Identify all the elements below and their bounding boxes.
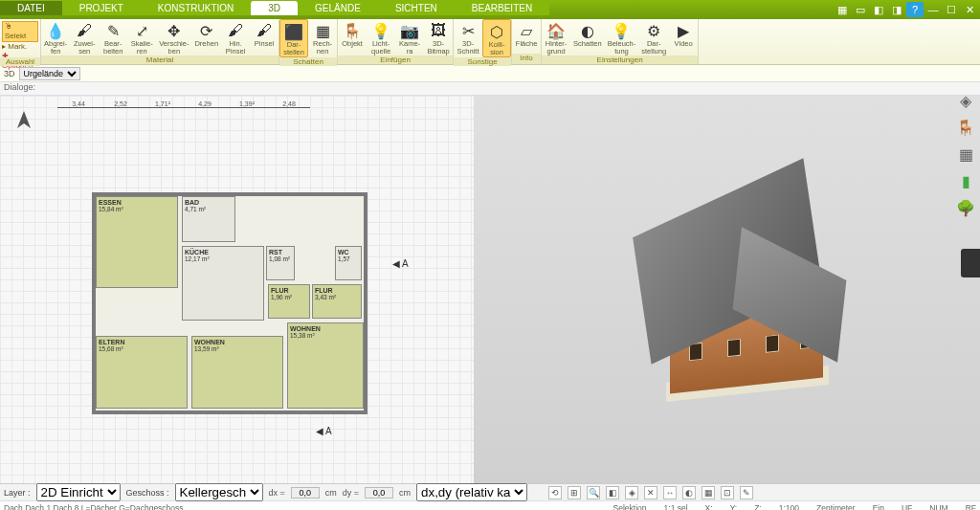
tab-projekt[interactable]: PROJEKT [62,1,141,15]
ribbon-material-6[interactable]: 🖌Hin. Pinsel [221,19,250,55]
ribbon-icon: 🖌 [226,21,245,40]
room-wohnen[interactable]: WOHNEN15,38 m² [287,322,364,409]
ribbon-icon: 🏠 [546,21,566,40]
room-rst[interactable]: RST1,08 m² [266,246,295,280]
room-flur[interactable]: FLUR1,96 m² [268,284,310,319]
close-icon[interactable]: ✕ [961,2,978,17]
tab-gelaende[interactable]: GELÄNDE [298,1,378,15]
north-arrow-icon [10,109,38,138]
colors-icon[interactable]: ▮ [955,172,976,193]
svg-marker-0 [17,111,31,128]
ribbon-schatten-1[interactable]: ▦Rech- nen [308,19,337,57]
ribbon-einstellungen-1[interactable]: ◐Schatten [570,19,605,55]
layers-icon[interactable]: ◈ [955,92,976,113]
status-z: Z: [754,503,762,511]
tab-sichten[interactable]: SICHTEN [378,1,455,15]
tab-datei[interactable]: DATEI [0,1,62,15]
ribbon-icon: ⟳ [197,21,216,40]
room-küche[interactable]: KÜCHE12,17 m² [182,246,264,321]
dy-label: dy = [343,488,359,498]
sys-icon[interactable]: ▦ [834,2,851,17]
ribbon-einfugen-1[interactable]: 💡Licht- quelle [367,19,395,55]
status-units: Zentimeter [816,503,856,511]
ribbon-material-3[interactable]: ⤢Skalie- ren [127,19,156,55]
sub-toolbar: 3D Urgelände [0,65,980,82]
view-2d[interactable]: 3,442,521,71²4,291,39²2,48 ESSEN15,84 m²… [0,96,474,483]
room-eltern[interactable]: ELTERN15,68 m² [96,336,188,409]
ribbon-einfugen-2[interactable]: 📷Kame- ra [395,19,424,55]
sys-icon[interactable]: ▭ [852,2,869,17]
tool-icon[interactable]: ⊡ [721,486,734,499]
ribbon-icon: 🪑 [343,21,362,40]
ribbon-icon: 🖌 [75,21,94,40]
tool-icon[interactable]: 🔍 [587,486,600,499]
tab-bearbeiten[interactable]: BEARBEITEN [455,1,549,15]
ribbon-einstellungen-4[interactable]: ▶Video [669,19,698,55]
pull-tab[interactable] [961,249,980,277]
dy-input[interactable] [365,487,393,499]
tool-icon[interactable]: ◈ [625,486,638,499]
ribbon-einstellungen-3[interactable]: ⚙Dar- stellung [638,19,669,55]
floorplan: ESSEN15,84 m²BAD4,71 m²KÜCHE12,17 m²RST1… [96,167,383,483]
ribbon-sonstige-1[interactable]: ⬡Kolli- sion [482,19,511,57]
tab-3d[interactable]: 3D [251,1,298,15]
ribbon-icon: 📷 [400,21,419,40]
ribbon-material-0[interactable]: 💧Abgrei- fen [41,19,70,55]
dialoge-bar: Dialoge: [0,82,980,96]
help-icon[interactable]: ? [906,2,924,17]
tool-icon[interactable]: ✕ [644,486,657,499]
tool-icon[interactable]: ⊞ [568,486,581,499]
ribbon-material-2[interactable]: ✎Bear- beiten [99,19,127,55]
ribbon-material-1[interactable]: 🖌Zuwei- sen [70,19,99,55]
terrain-select[interactable]: Urgelände [19,67,80,80]
tool-icon[interactable]: ↔ [663,486,677,499]
ruler-top: 3,442,521,71²4,291,39²2,48 [57,100,455,129]
house-3d-model [603,166,852,414]
ribbon-icon: ⬛ [284,22,303,41]
ribbon-material-4[interactable]: ✥Verschie- ben [156,19,191,55]
furniture-icon[interactable]: 🪑 [955,119,976,140]
sys-icon[interactable]: ◧ [870,2,887,17]
ribbon-schatten-0[interactable]: ⬛Dar- stellen [279,19,308,57]
ribbon-info-0[interactable]: ▱Fläche [512,19,541,54]
layer-select[interactable]: 2D Einricht [36,483,121,501]
room-wohnen[interactable]: WOHNEN13,59 m² [191,336,283,409]
tool-icon[interactable]: ✎ [740,486,753,499]
room-essen[interactable]: ESSEN15,84 m² [96,196,178,288]
ribbon-sonstige-0[interactable]: ✂3D- Schnitt [454,19,482,57]
room-flur[interactable]: FLUR3,43 m² [312,284,362,319]
ribbon-icon: 💡 [612,21,631,40]
minimize-icon[interactable]: — [924,2,942,17]
ribbon-icon: 🖌 [255,21,274,40]
room-bad[interactable]: BAD4,71 m² [182,196,235,242]
sys-icon[interactable]: ◨ [888,2,905,17]
ribbon-material-5[interactable]: ⟳Drehen [191,19,221,55]
section-marker: A [392,258,409,269]
mode-label: 3D [4,69,15,78]
ribbon-einfugen-3[interactable]: 🖼3D- Bitmap [424,19,453,55]
geschoss-label: Geschoss : [126,488,169,498]
tool-icon[interactable]: ◐ [682,486,696,499]
maximize-icon[interactable]: ☐ [943,2,960,17]
coord-mode-select[interactable]: dx,dy (relativ ka [416,483,527,501]
dx-input[interactable] [291,487,320,499]
tool-icon[interactable]: ◧ [606,486,619,499]
tree-icon[interactable]: 🌳 [955,199,976,220]
ribbon-einstellungen-2[interactable]: 💡Beleuch- tung [605,19,639,55]
view-3d[interactable] [474,96,980,483]
ribbon-material-7[interactable]: 🖌Pinsel [250,19,278,55]
ribbon-einfugen-0[interactable]: 🪑Objekt [338,19,367,55]
tool-icon[interactable]: ⟲ [548,486,562,499]
room-wc[interactable]: WC1,57 [335,246,362,280]
ribbon-icon: ✂ [458,21,478,40]
section-marker: A [316,426,332,436]
materials-icon[interactable]: ▦ [955,145,976,166]
ribbon-icon: 💡 [371,21,390,40]
status-ratio: 1:1 sel [664,503,688,511]
window [727,338,741,356]
selekt-panel[interactable]: 🖱 Selekt ▸ Mark.✚ Optionen [0,19,40,57]
tool-icon[interactable]: ▦ [702,486,715,499]
ribbon-einstellungen-0[interactable]: 🏠Hinter- grund [542,19,570,55]
geschoss-select[interactable]: Kellergesch [175,483,263,501]
tab-konstruktion[interactable]: KONSTRUKTION [141,1,251,15]
